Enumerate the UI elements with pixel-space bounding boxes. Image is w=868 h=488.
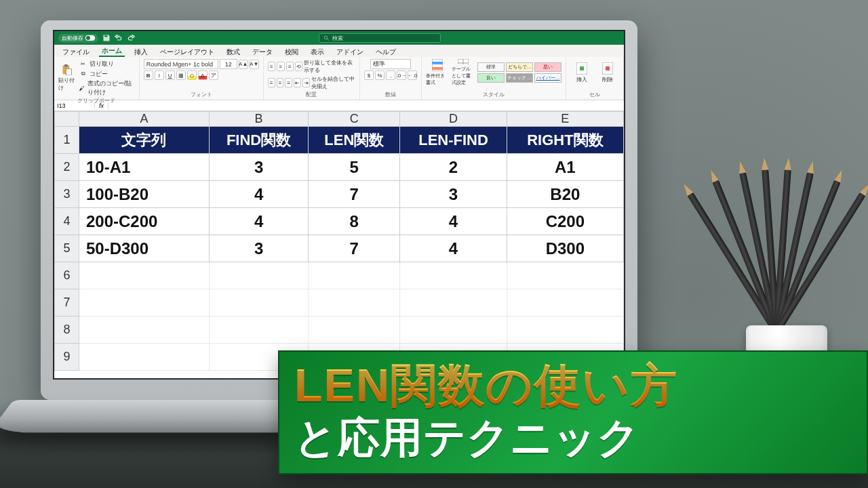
dec-decimal-icon[interactable]: ←.0 (408, 70, 417, 80)
cell-C7[interactable] (309, 289, 400, 317)
align-top-icon[interactable]: ≡ (268, 62, 275, 71)
align-bottom-icon[interactable]: ≡ (286, 62, 294, 71)
increase-font-icon[interactable]: A▲ (239, 60, 248, 69)
delete-cells-button[interactable]: 削除 (596, 59, 619, 86)
percent-icon[interactable]: % (375, 70, 384, 80)
cell-D4[interactable]: 4 (400, 208, 507, 235)
redo-icon[interactable] (127, 34, 135, 42)
row-header-8[interactable]: 8 (55, 317, 79, 344)
decrease-font-icon[interactable]: A▼ (250, 60, 259, 69)
cell-D6[interactable] (400, 262, 507, 289)
autosave-toggle[interactable]: 自動保存 (58, 34, 98, 43)
style-bad[interactable]: 悪い (534, 62, 561, 72)
wrap-text-button[interactable]: 折り返して全体を表示する (304, 59, 355, 74)
cell-E4[interactable]: C200 (507, 208, 623, 235)
style-good[interactable]: 良い (477, 73, 505, 83)
cell-B5[interactable]: 3 (209, 235, 308, 262)
cell-C8[interactable] (309, 317, 400, 344)
worksheet[interactable]: A B C D E 1 文字列 FIND関数 LEN関数 LEN-FIND RI… (54, 111, 624, 378)
align-center-icon[interactable]: ≡ (277, 78, 284, 87)
align-right-icon[interactable]: ≡ (285, 78, 292, 87)
cell-C5[interactable]: 7 (309, 235, 400, 262)
tab-help[interactable]: ヘルプ (373, 46, 399, 57)
cell-A4[interactable]: 200-C200 (79, 208, 210, 235)
cell-E1[interactable]: RIGHT関数 (507, 127, 623, 154)
font-size-select[interactable]: 12 (220, 59, 237, 69)
conditional-format-button[interactable]: 条件付き書式 (426, 59, 449, 86)
cell-B8[interactable] (209, 317, 308, 344)
tab-file[interactable]: ファイル (60, 46, 92, 57)
cell-C1[interactable]: LEN関数 (309, 127, 400, 154)
orientation-icon[interactable]: ⟲ (295, 62, 302, 71)
cell-A1[interactable]: 文字列 (79, 127, 210, 154)
fill-color-button[interactable]: ◇ (187, 70, 197, 80)
cell-A9[interactable] (79, 344, 210, 371)
cell-D3[interactable]: 3 (400, 181, 507, 208)
cell-B4[interactable]: 4 (209, 208, 308, 235)
row-header-3[interactable]: 3 (55, 181, 79, 208)
cell-E3[interactable]: B20 (507, 181, 623, 208)
cell-D8[interactable] (400, 317, 507, 344)
border-button[interactable]: ▦ (176, 70, 186, 80)
cell-E2[interactable]: A1 (507, 154, 623, 181)
style-check[interactable]: チェック … (506, 73, 533, 83)
cell-B3[interactable]: 4 (209, 181, 308, 208)
italic-button[interactable]: I (155, 70, 164, 80)
cell-A6[interactable] (79, 262, 210, 289)
tab-insert[interactable]: 挿入 (132, 46, 151, 57)
cell-D7[interactable] (400, 289, 507, 317)
cell-B7[interactable] (209, 289, 308, 317)
row-header-2[interactable]: 2 (55, 154, 79, 181)
underline-button[interactable]: U (165, 70, 175, 80)
currency-icon[interactable]: $ (364, 70, 374, 80)
tab-review[interactable]: 校閲 (282, 46, 301, 57)
phonetic-button[interactable]: ア (209, 70, 218, 80)
cell-B2[interactable]: 3 (209, 154, 308, 181)
cell-C4[interactable]: 8 (309, 208, 400, 235)
row-header-7[interactable]: 7 (55, 289, 79, 317)
cell-D1[interactable]: LEN-FIND (400, 127, 507, 154)
tab-view[interactable]: 表示 (308, 46, 327, 57)
align-left-icon[interactable]: ≡ (268, 78, 275, 87)
cell-C3[interactable]: 7 (309, 181, 400, 208)
col-header-E[interactable]: E (507, 112, 623, 127)
cell-D2[interactable]: 2 (400, 154, 507, 181)
col-header-D[interactable]: D (400, 112, 507, 127)
format-as-table-button[interactable]: テーブルとして書式設定 (452, 59, 475, 86)
cell-A5[interactable]: 50-D300 (79, 235, 210, 262)
tab-formulas[interactable]: 数式 (224, 46, 243, 57)
cell-E7[interactable] (507, 289, 623, 317)
number-format-select[interactable]: 標準 (370, 59, 411, 69)
col-header-C[interactable]: C (309, 112, 400, 127)
tab-page-layout[interactable]: ページレイアウト (157, 46, 217, 57)
cell-E8[interactable] (507, 317, 623, 344)
cell-A2[interactable]: 10-A1 (79, 154, 210, 181)
align-middle-icon[interactable]: ≡ (277, 62, 284, 71)
col-header-A[interactable]: A (79, 112, 210, 127)
row-header-5[interactable]: 5 (55, 235, 79, 262)
cell-A3[interactable]: 100-B20 (79, 181, 210, 208)
style-dochira[interactable]: どちらで… (506, 62, 533, 72)
row-header-1[interactable]: 1 (55, 127, 79, 154)
paste-button[interactable]: 貼り付け (58, 64, 76, 92)
cut-button[interactable]: ✂ 切り取り (79, 59, 135, 68)
search-box[interactable]: 検索 (319, 33, 441, 43)
cell-E6[interactable] (507, 262, 623, 289)
merge-cells-button[interactable]: セルを結合して中央揃え (311, 75, 355, 90)
row-header-9[interactable]: 9 (55, 344, 79, 371)
insert-cells-button[interactable]: 挿入 (570, 59, 593, 86)
indent-dec-icon[interactable]: ⇤ (294, 78, 301, 87)
bold-button[interactable]: B (144, 70, 153, 80)
font-name-select[interactable]: Rounded Mgen+ 1c bold (144, 59, 218, 69)
comma-icon[interactable]: , (386, 70, 395, 80)
cell-C6[interactable] (309, 262, 400, 289)
cell-B1[interactable]: FIND関数 (209, 127, 308, 154)
font-color-button[interactable]: A (198, 70, 208, 80)
cell-A8[interactable] (79, 317, 210, 344)
copy-button[interactable]: ⧉ コピー (79, 69, 135, 79)
row-header-6[interactable]: 6 (55, 262, 79, 289)
save-icon[interactable] (102, 34, 111, 42)
col-header-B[interactable]: B (209, 112, 308, 127)
cell-D5[interactable]: 4 (400, 235, 507, 262)
tab-home[interactable]: ホーム (99, 45, 125, 57)
